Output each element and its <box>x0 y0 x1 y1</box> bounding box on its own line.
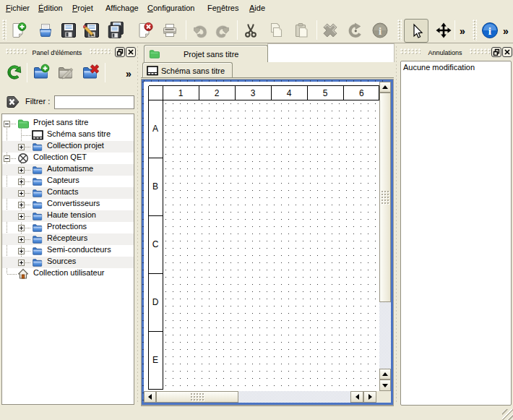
svg-text:E: E <box>152 355 158 365</box>
svg-text:4: 4 <box>287 88 292 98</box>
svg-text:B: B <box>152 181 158 192</box>
svg-text:1: 1 <box>178 88 184 98</box>
svg-text:5: 5 <box>323 88 328 98</box>
svg-text:A: A <box>152 124 158 134</box>
svg-text:6: 6 <box>359 88 364 98</box>
svg-text:3: 3 <box>251 88 256 98</box>
svg-text:C: C <box>152 239 159 249</box>
svg-text:D: D <box>152 297 159 307</box>
svg-text:2: 2 <box>215 88 220 98</box>
